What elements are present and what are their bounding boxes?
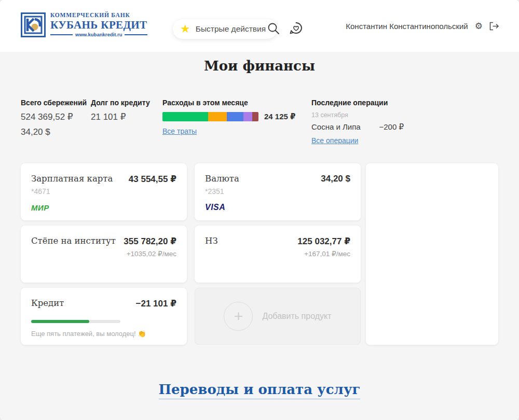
card-deposit-institute-rate: +1035,02 ₽/мес [127, 249, 176, 258]
card-currency[interactable]: Валюта *2351 34,20 $ VISA [195, 163, 361, 220]
expenses-label: Расходы в этом месяце [162, 99, 303, 107]
savings-rub-value: 524 369,52 ₽ [21, 111, 87, 122]
debt-value: 21 101 ₽ [91, 111, 150, 122]
add-product-card[interactable]: + Добавить продукт [195, 288, 361, 345]
logout-icon[interactable] [489, 22, 499, 31]
expenses-category-bar[interactable] [162, 112, 258, 121]
card-salary-number: *4671 [31, 187, 176, 195]
card-deposit-nz-rate: +167,01 ₽/мес [304, 249, 350, 258]
debt-label: Долг по кредиту [91, 99, 150, 107]
empty-panel-card [366, 163, 498, 345]
plus-icon: + [224, 302, 253, 331]
bank-logo-text: КОММЕРЧЕСКИЙ БАНК КУБАНЬ КРЕДИТ www.kuba… [50, 12, 147, 37]
expense-segment-2 [208, 112, 227, 121]
bank-site-url: www.kubankredit.ru [50, 32, 147, 37]
quick-actions-button[interactable]: ★ Быстрые действия [173, 19, 277, 39]
card-deposit-institute[interactable]: Стёпе на институт 355 782,20 ₽ +1035,02 … [21, 226, 187, 283]
expense-segment-3 [227, 112, 243, 121]
expense-segment-5 [252, 112, 258, 121]
quick-actions-label: Быстрые действия [196, 24, 266, 34]
summary-savings: Всего сбережений 524 369,52 ₽ 34,20 $ [21, 99, 87, 137]
user-area: Константин Константинопольский ⚙ [346, 0, 499, 52]
star-icon: ★ [180, 23, 190, 35]
card-credit-amount: −21 101 ₽ [136, 298, 176, 309]
operation-date: 13 сентября [311, 111, 405, 119]
card-credit[interactable]: Кредит −21 101 ₽ Еще пять платежей, вы м… [21, 288, 187, 345]
expense-segment-1 [162, 112, 208, 121]
all-operations-link[interactable]: Все операции [311, 136, 358, 145]
mir-logo-icon: МИР [31, 203, 49, 212]
card-currency-amount: 34,20 $ [321, 174, 350, 184]
page-title: Мои финансы [0, 58, 519, 74]
operation-merchant: Сосна и Липа [311, 122, 361, 132]
summary-debt: Долг по кредиту 21 101 ₽ [91, 99, 150, 122]
expenses-total: 24 125 ₽ [264, 112, 295, 121]
chat-heart-icon[interactable] [289, 21, 304, 36]
bank-logo[interactable]: КОММЕРЧЕСКИЙ БАНК КУБАНЬ КРЕДИТ www.kuba… [21, 12, 147, 37]
credit-note: Еще пять платежей, вы молодец! 👏 [31, 330, 146, 338]
credit-progress-track [31, 320, 120, 323]
bank-name-top: КОММЕРЧЕСКИЙ БАНК [50, 12, 147, 18]
credit-progress-fill [31, 320, 89, 323]
footer: Переводы и оплата услуг [0, 382, 519, 397]
add-product-label: Добавить продукт [262, 312, 331, 321]
bank-name-main: КУБАНЬ КРЕДИТ [50, 19, 147, 31]
savings-label: Всего сбережений [21, 99, 87, 107]
summary-expenses: Расходы в этом месяце 24 125 ₽ Все траты [162, 99, 303, 136]
header: КОММЕРЧЕСКИЙ БАНК КУБАНЬ КРЕДИТ www.kuba… [0, 0, 519, 52]
operations-label: Последние операции [311, 99, 405, 107]
card-salary-amount: 43 554,55 ₽ [129, 174, 176, 185]
operation-amount: −200 ₽ [379, 122, 404, 132]
savings-usd-value: 34,20 $ [21, 127, 87, 137]
summary-operations: Последние операции 13 сентября Сосна и Л… [311, 99, 405, 145]
bank-emblem-icon [21, 12, 46, 37]
card-deposit-nz[interactable]: НЗ 125 032,77 ₽ +167,01 ₽/мес [195, 226, 361, 283]
settings-gear-icon[interactable]: ⚙ [475, 22, 483, 31]
transfers-payments-link[interactable]: Переводы и оплата услуг [159, 382, 361, 399]
card-salary[interactable]: Зарплатная карта *4671 43 554,55 ₽ МИР [21, 163, 187, 220]
card-currency-number: *2351 [205, 187, 350, 195]
app-window: КОММЕРЧЕСКИЙ БАНК КУБАНЬ КРЕДИТ www.kuba… [0, 0, 519, 420]
search-icon[interactable] [266, 21, 281, 36]
expense-segment-4 [243, 112, 252, 121]
visa-logo-icon: VISA [205, 203, 225, 212]
all-expenses-link[interactable]: Все траты [162, 127, 197, 135]
card-deposit-institute-amount: 355 782,20 ₽ [124, 236, 176, 247]
card-deposit-nz-amount: 125 032,77 ₽ [297, 236, 350, 247]
operation-row[interactable]: Сосна и Липа −200 ₽ [311, 122, 404, 132]
user-name[interactable]: Константин Константинопольский [346, 22, 468, 31]
